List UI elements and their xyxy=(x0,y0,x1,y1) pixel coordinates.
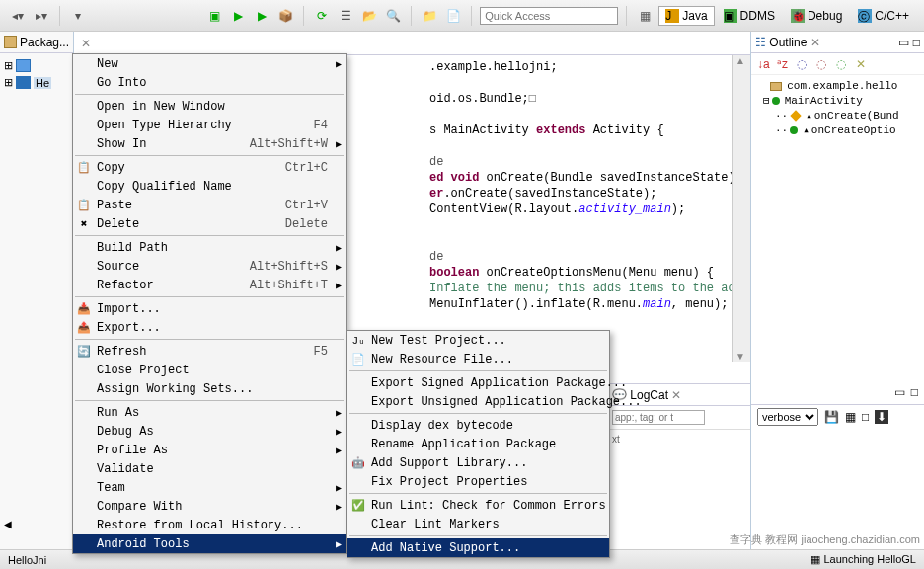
scroll-lock-icon[interactable]: □ xyxy=(862,410,869,424)
android-tools-submenu: JᵤNew Test Project...📄New Resource File.… xyxy=(346,330,610,558)
menu-item[interactable]: ✅Run Lint: Check for Common Errors xyxy=(347,496,609,515)
outline-method[interactable]: ··▴onCreateOptio xyxy=(755,122,920,137)
nav-back-icon[interactable]: ◂▾ xyxy=(8,6,28,26)
close-icon[interactable]: ✕ xyxy=(810,36,820,49)
menu-item[interactable]: Assign Working Sets... xyxy=(73,379,346,398)
menu-item[interactable]: Run As▶ xyxy=(73,403,346,422)
perspective-cpp[interactable]: ⓒC/C++ xyxy=(851,6,916,26)
menu-item[interactable]: 🔄RefreshF5 xyxy=(73,342,346,361)
outline-class[interactable]: ⊟ MainActivity xyxy=(755,93,920,108)
tb-icon[interactable]: ▾ xyxy=(68,6,88,26)
menu-item[interactable]: 📤Export... xyxy=(73,318,346,337)
outline-method[interactable]: ··▴onCreate(Bund xyxy=(755,108,920,122)
minimize-icon[interactable]: ▭ xyxy=(898,36,909,49)
menu-item[interactable]: Display dex bytecode xyxy=(347,416,609,435)
menu-item[interactable]: SourceAlt+Shift+S▶ xyxy=(73,257,346,276)
tb-icon[interactable]: 📁 xyxy=(420,6,439,26)
quick-access-input[interactable] xyxy=(480,7,618,25)
menu-item[interactable]: 📥Import... xyxy=(73,299,346,318)
outline-title: Outline xyxy=(769,36,807,49)
run-ext-icon[interactable]: ▶ xyxy=(252,6,271,26)
menu-item[interactable]: Export Unsigned Application Package... xyxy=(347,392,609,411)
status-right: Launching HelloGL xyxy=(823,553,916,565)
menu-item[interactable]: Clear Lint Markers xyxy=(347,515,609,533)
sort-icon[interactable]: ↓a xyxy=(757,57,771,71)
package-explorer-view: Packag... ⊞ ⊞ He ◀ xyxy=(0,32,74,569)
status-left: HelloJni xyxy=(8,554,46,566)
maximize-icon[interactable]: □ xyxy=(913,36,920,49)
logcat-view: 💬 LogCat ✕ xt xyxy=(607,383,750,561)
watermark-text: 查字典 教程网 jiaocheng.chazidian.com xyxy=(730,532,920,547)
clear-log-icon[interactable]: ▦ xyxy=(845,410,856,424)
perspective-switcher: JJava ▣DDMS 🐞Debug ⓒC/C++ xyxy=(658,6,916,26)
hide-fields-icon[interactable]: ◌ xyxy=(797,57,810,71)
editor-scrollbar[interactable] xyxy=(732,55,750,362)
logcat-search-input[interactable] xyxy=(612,410,705,425)
menu-item[interactable]: Show InAlt+Shift+W▶ xyxy=(73,134,346,153)
nav-fwd-icon[interactable]: ▸▾ xyxy=(32,6,51,26)
perspective-debug[interactable]: 🐞Debug xyxy=(784,6,849,26)
tb-icon[interactable]: 📦 xyxy=(275,6,295,26)
perspective-java[interactable]: JJava xyxy=(658,6,714,26)
menu-item[interactable]: Build Path▶ xyxy=(73,238,346,257)
menu-item[interactable]: JᵤNew Test Project... xyxy=(347,331,609,350)
logcat-body: xt xyxy=(608,430,750,448)
menu-item[interactable]: Export Signed Application Package... xyxy=(347,373,609,392)
menu-item[interactable]: Add Native Support... xyxy=(347,538,609,557)
tb-icon[interactable]: 📂 xyxy=(359,6,379,26)
tree-node[interactable]: ⊞ xyxy=(4,57,69,74)
menu-item[interactable]: Validate xyxy=(73,459,346,478)
main-toolbar: ◂▾ ▸▾ ▾ ▣ ▶ ▶ 📦 ⟳ ☰ 📂 🔍 📁 📄 ▦ JJava ▣DDM… xyxy=(0,0,924,32)
debug-icon[interactable]: ▣ xyxy=(204,6,224,26)
menu-item[interactable]: 📄New Resource File... xyxy=(347,350,609,368)
tb-icon[interactable]: 🔍 xyxy=(383,6,403,26)
menu-item[interactable]: Debug As▶ xyxy=(73,422,346,441)
menu-item[interactable]: Team▶ xyxy=(73,478,346,497)
menu-item[interactable]: Profile As▶ xyxy=(73,441,346,459)
menu-item[interactable]: 🤖Add Support Library... xyxy=(347,453,609,472)
hide-local-icon[interactable]: ✕ xyxy=(856,57,870,71)
menu-item[interactable]: Restore from Local History... xyxy=(73,516,346,534)
menu-item[interactable]: Open in New Window xyxy=(73,97,346,116)
hide-nonpublic-icon[interactable]: ◌ xyxy=(836,57,850,71)
export-log-icon[interactable]: ⬇ xyxy=(875,410,888,424)
close-icon[interactable]: ✕ xyxy=(671,388,681,402)
menu-item[interactable]: ✖DeleteDelete xyxy=(73,214,346,233)
tb-icon[interactable]: ☰ xyxy=(336,6,355,26)
tb-icon[interactable]: 📄 xyxy=(443,6,463,26)
menu-item[interactable]: Android Tools▶ xyxy=(73,534,346,553)
hide-static-icon[interactable]: ◌ xyxy=(816,57,830,71)
menu-item[interactable]: Open Type HierarchyF4 xyxy=(73,116,346,134)
tree-node-selected[interactable]: ⊞ He xyxy=(4,74,69,91)
menu-item[interactable]: Go Into xyxy=(73,73,346,92)
menu-item[interactable]: Fix Project Properties xyxy=(347,472,609,491)
progress-icon[interactable]: ▦ xyxy=(810,553,823,565)
package-icon xyxy=(4,36,17,48)
minimize-icon[interactable]: ▭ xyxy=(894,385,905,402)
editor-tab-close-icon[interactable]: ✕ xyxy=(81,37,91,50)
outline-package[interactable]: com.example.hello xyxy=(755,79,920,93)
menu-item[interactable]: 📋PasteCtrl+V xyxy=(73,196,346,214)
menu-item[interactable]: New▶ xyxy=(73,54,346,73)
menu-item[interactable]: Close Project xyxy=(73,361,346,379)
menu-item[interactable]: RefactorAlt+Shift+T▶ xyxy=(73,276,346,294)
save-log-icon[interactable]: 💾 xyxy=(824,410,839,424)
open-perspective-icon[interactable]: ▦ xyxy=(635,6,654,26)
maximize-icon[interactable]: □ xyxy=(911,385,918,402)
logcat-level-select[interactable]: verbose xyxy=(757,408,818,426)
project-context-menu: New▶Go IntoOpen in New WindowOpen Type H… xyxy=(72,53,346,554)
menu-item[interactable]: Compare With▶ xyxy=(73,497,346,516)
menu-item[interactable]: Rename Application Package xyxy=(347,435,609,453)
filter-icon[interactable]: ᵃz xyxy=(777,57,791,71)
menu-item[interactable]: 📋CopyCtrl+C xyxy=(73,158,346,177)
menu-item[interactable]: Copy Qualified Name xyxy=(73,177,346,196)
tb-icon[interactable]: ⟳ xyxy=(312,6,332,26)
run-icon[interactable]: ▶ xyxy=(228,6,248,26)
package-explorer-title: Packag... xyxy=(20,36,69,49)
perspective-ddms[interactable]: ▣DDMS xyxy=(717,6,782,26)
